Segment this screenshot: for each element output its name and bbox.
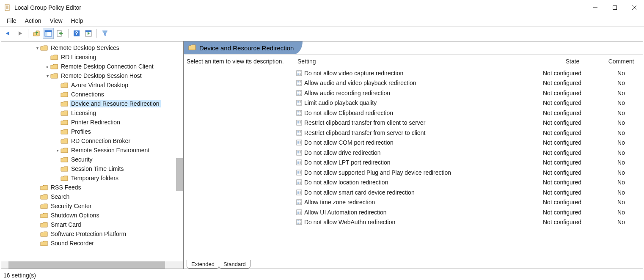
up-button[interactable] — [31, 28, 42, 39]
policy-row[interactable]: Do not allow WebAuthn redirectionNot con… — [296, 217, 640, 228]
policy-name: Do not allow COM port redirection — [304, 139, 394, 146]
tree-item[interactable]: RSS Feeds — [1, 183, 183, 192]
policy-row[interactable]: Restrict clipboard transfer from server … — [296, 128, 640, 138]
help-button[interactable]: ? — [71, 28, 82, 39]
expand-icon[interactable]: ▾ — [44, 74, 50, 78]
filter-button[interactable] — [99, 28, 110, 39]
folder-icon — [50, 54, 58, 60]
policy-row[interactable]: Allow UI Automation redirectionNot confi… — [296, 207, 640, 217]
tree-item[interactable]: Search — [1, 192, 183, 201]
tree-item[interactable]: RD Connection Broker — [1, 136, 183, 145]
policy-row[interactable]: Do not allow supported Plug and Play dev… — [296, 167, 640, 178]
policy-row[interactable]: Do not allow LPT port redirectionNot con… — [296, 158, 640, 168]
folder-icon — [40, 193, 48, 200]
folder-icon — [61, 147, 68, 154]
policy-row[interactable]: Allow audio and video playback redirecti… — [296, 78, 640, 88]
app-icon — [4, 4, 11, 11]
tree-item-label: RD Connection Broker — [70, 137, 132, 145]
horizontal-scrollbar-thumb[interactable] — [8, 261, 165, 269]
tree-item[interactable]: Temporary folders — [1, 173, 183, 183]
tree-item[interactable]: ▸Remote Desktop Connection Client — [1, 62, 183, 71]
policy-name: Allow time zone redirection — [304, 199, 375, 206]
close-button[interactable] — [625, 1, 644, 14]
tree-item[interactable]: Device and Resource Redirection — [1, 99, 183, 108]
policy-state: Not configured — [543, 219, 602, 225]
menu-view[interactable]: View — [45, 16, 66, 26]
svg-rect-45 — [297, 110, 302, 115]
export-button[interactable] — [55, 28, 66, 39]
policy-icon — [296, 70, 303, 77]
vertical-scrollbar-thumb[interactable] — [176, 158, 183, 191]
menu-action[interactable]: Action — [21, 16, 46, 26]
back-button[interactable] — [3, 28, 14, 39]
svg-rect-38 — [297, 100, 302, 105]
policy-row[interactable]: Do not allow Clipboard redirectionNot co… — [296, 108, 640, 118]
maximize-button[interactable] — [605, 1, 625, 14]
expand-icon[interactable]: ▸ — [44, 64, 50, 69]
policy-row[interactable]: Restrict clipboard transfer from client … — [296, 118, 640, 128]
tree-item[interactable]: Security — [1, 155, 183, 164]
policy-row[interactable]: Do not allow COM port redirectionNot con… — [296, 138, 640, 148]
policy-icon — [296, 90, 303, 96]
content-header: Device and Resource Redirection — [184, 41, 303, 54]
tree-item[interactable]: ▾Remote Desktop Services — [1, 43, 183, 52]
tree-item-label: RSS Feeds — [50, 184, 83, 191]
policy-icon — [296, 149, 303, 156]
toolbar-separator — [28, 29, 28, 38]
show-hide-tree-button[interactable] — [43, 28, 54, 39]
menu-help[interactable]: Help — [67, 16, 88, 26]
status-bar: 16 setting(s) — [0, 270, 644, 280]
column-state[interactable]: State — [543, 58, 602, 68]
policy-name: Allow UI Automation redirection — [304, 209, 387, 216]
policy-comment: No — [602, 209, 640, 216]
tree-item[interactable]: Session Time Limits — [1, 164, 183, 173]
tree-item[interactable]: Azure Virtual Desktop — [1, 80, 183, 90]
tree-item-label: Profiles — [70, 128, 92, 135]
minimize-button[interactable] — [586, 1, 605, 14]
policy-row[interactable]: Do not allow smart card device redirecti… — [296, 187, 640, 198]
tree-item[interactable]: ▸Remote Session Environment — [1, 145, 183, 155]
policy-state: Not configured — [543, 199, 602, 206]
svg-rect-31 — [297, 91, 302, 96]
policy-comment: No — [602, 70, 640, 77]
tree-item[interactable]: Profiles — [1, 127, 183, 136]
tree-item[interactable]: ▾Remote Desktop Session Host — [1, 71, 183, 80]
folder-icon — [61, 82, 68, 88]
tree-item-label: Software Protection Platform — [50, 230, 127, 238]
tree-item[interactable]: Connections — [1, 90, 183, 99]
policy-row[interactable]: Do not allow video capture redirectionNo… — [296, 68, 640, 78]
policy-row[interactable]: Allow audio recording redirectionNot con… — [296, 88, 640, 98]
navigation-tree[interactable]: ▾Remote Desktop ServicesRD Licensing▸Rem… — [1, 41, 184, 269]
svg-rect-87 — [297, 170, 302, 175]
tree-item[interactable]: Smart Card — [1, 220, 183, 229]
toolbar: ? — [0, 27, 644, 40]
expand-icon[interactable]: ▾ — [34, 46, 40, 50]
forward-button[interactable] — [14, 28, 25, 39]
policy-row[interactable]: Allow time zone redirectionNot configure… — [296, 198, 640, 208]
folder-icon — [61, 110, 68, 116]
policy-state: Not configured — [543, 129, 602, 136]
column-setting[interactable]: Setting — [296, 58, 543, 68]
policy-state: Not configured — [543, 70, 602, 77]
expand-icon[interactable]: ▸ — [55, 148, 61, 153]
tree-item[interactable]: Printer Redirection — [1, 118, 183, 127]
policy-row[interactable]: Do not allow location redirectionNot con… — [296, 178, 640, 188]
folder-icon — [40, 44, 48, 51]
tab-extended[interactable]: Extended — [187, 260, 219, 269]
tree-item[interactable]: Sound Recorder — [1, 239, 183, 248]
column-comment[interactable]: Comment — [602, 58, 640, 68]
policy-comment: No — [602, 199, 640, 206]
tab-standard[interactable]: Standard — [219, 260, 250, 269]
tree-item[interactable]: Licensing — [1, 108, 183, 118]
tree-item[interactable]: Security Center — [1, 201, 183, 211]
horizontal-scrollbar[interactable] — [1, 261, 183, 269]
policy-row[interactable]: Limit audio playback qualityNot configur… — [296, 98, 640, 108]
tree-item[interactable]: Shutdown Options — [1, 211, 183, 220]
tree-item[interactable]: Software Protection Platform — [1, 229, 183, 239]
menu-file[interactable]: File — [3, 16, 21, 26]
properties-button[interactable] — [83, 28, 94, 39]
policy-row[interactable]: Do not allow drive redirectionNot config… — [296, 148, 640, 158]
svg-rect-66 — [297, 140, 302, 145]
tree-item[interactable]: RD Licensing — [1, 52, 183, 62]
tree-item-label: RD Licensing — [60, 53, 97, 61]
